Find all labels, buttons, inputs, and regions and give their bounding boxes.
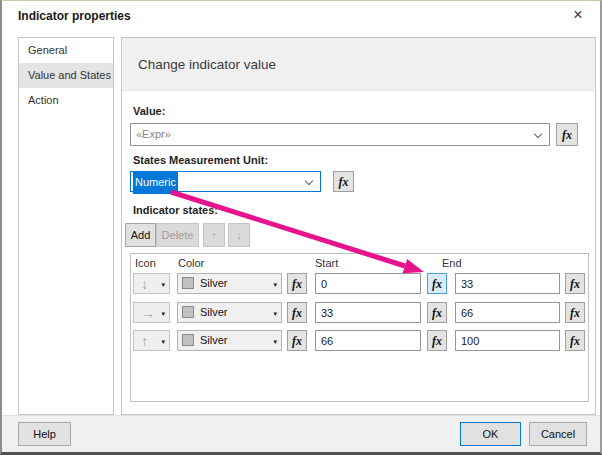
sidebar-item-action[interactable]: Action xyxy=(19,88,113,113)
sidebar-item-general[interactable]: General xyxy=(19,38,113,63)
value-expression-button[interactable]: fx xyxy=(556,123,578,146)
icon-picker-dropdown[interactable]: → ▾ xyxy=(133,302,170,323)
indicator-state-row-3: ↑ ▾ Silver ▾ fx fx fx xyxy=(131,330,588,351)
main-panel: Change indicator value Value: «Expr» fx … xyxy=(121,37,596,415)
delete-button[interactable]: Delete xyxy=(156,223,199,247)
column-header-color: Color xyxy=(178,257,204,269)
dialog-footer: Help OK Cancel xyxy=(2,415,600,452)
column-header-icon: Icon xyxy=(135,257,156,269)
down-arrow-icon: ↓ xyxy=(236,229,242,241)
move-up-button[interactable]: ↑ xyxy=(203,223,225,247)
caret-down-icon: ▾ xyxy=(273,281,277,288)
color-swatch-silver xyxy=(182,306,194,318)
close-icon[interactable]: × xyxy=(569,6,587,24)
indicator-states-grid: Icon Color Start End ↓ ▾ Silver ▾ fx fx xyxy=(130,253,589,402)
icon-picker-dropdown[interactable]: ↓ ▾ xyxy=(133,273,170,294)
value-dropdown-text: «Expr» xyxy=(136,124,171,145)
ok-button[interactable]: OK xyxy=(460,422,521,446)
start-expression-button[interactable]: fx xyxy=(427,330,447,351)
color-expression-button[interactable]: fx xyxy=(287,273,307,294)
color-name: Silver xyxy=(200,274,228,293)
dialog-title: Indicator properties xyxy=(18,9,131,23)
color-swatch-silver xyxy=(182,334,194,346)
right-arrow-icon: → xyxy=(141,305,155,321)
states-measurement-unit-label: States Measurement Unit: xyxy=(133,154,268,166)
color-dropdown[interactable]: Silver ▾ xyxy=(177,273,282,294)
end-input[interactable] xyxy=(455,302,560,323)
indicator-states-label: Indicator states: xyxy=(133,204,218,216)
indicator-state-row-2: → ▾ Silver ▾ fx fx fx xyxy=(131,302,588,323)
color-swatch-silver xyxy=(182,277,194,289)
page-title: Change indicator value xyxy=(138,38,276,91)
end-input[interactable] xyxy=(455,273,560,294)
color-expression-button[interactable]: fx xyxy=(287,302,307,323)
cancel-button[interactable]: Cancel xyxy=(529,422,587,446)
title-bar: Indicator properties × xyxy=(2,1,600,31)
chevron-down-icon xyxy=(534,130,542,138)
end-input[interactable] xyxy=(455,330,560,351)
color-dropdown[interactable]: Silver ▾ xyxy=(177,330,282,351)
move-down-button[interactable]: ↓ xyxy=(228,223,250,247)
color-name: Silver xyxy=(200,331,228,350)
icon-picker-dropdown[interactable]: ↑ ▾ xyxy=(133,330,170,351)
start-input[interactable] xyxy=(315,330,421,351)
color-dropdown[interactable]: Silver ▾ xyxy=(177,302,282,323)
caret-down-icon: ▾ xyxy=(273,310,277,317)
chevron-down-icon xyxy=(305,177,313,185)
panel-header: Change indicator value xyxy=(122,38,595,91)
value-label: Value: xyxy=(133,105,165,117)
indicator-state-row-1: ↓ ▾ Silver ▾ fx fx fx xyxy=(131,273,588,294)
caret-down-icon: ▾ xyxy=(161,281,165,288)
end-expression-button[interactable]: fx xyxy=(565,273,585,294)
end-expression-button[interactable]: fx xyxy=(565,330,585,351)
unit-expression-button[interactable]: fx xyxy=(333,171,354,192)
color-expression-button[interactable]: fx xyxy=(287,330,307,351)
caret-down-icon: ▾ xyxy=(161,338,165,345)
sidebar: General Value and States Action xyxy=(18,37,114,415)
caret-down-icon: ▾ xyxy=(161,310,165,317)
end-expression-button[interactable]: fx xyxy=(565,302,585,323)
unit-selected-text: Numeric xyxy=(133,172,178,194)
caret-down-icon: ▾ xyxy=(273,338,277,345)
states-measurement-unit-dropdown[interactable]: Numeric xyxy=(130,171,321,192)
up-arrow-icon: ↑ xyxy=(141,333,148,349)
start-input[interactable] xyxy=(315,302,421,323)
help-button[interactable]: Help xyxy=(18,422,71,446)
start-input[interactable] xyxy=(315,273,421,294)
down-arrow-icon: ↓ xyxy=(141,276,148,292)
color-name: Silver xyxy=(200,303,228,322)
add-button[interactable]: Add xyxy=(125,223,156,247)
indicator-properties-dialog: Indicator properties × General Value and… xyxy=(0,0,602,455)
start-expression-button[interactable]: fx xyxy=(427,273,447,294)
sidebar-item-value-and-states[interactable]: Value and States xyxy=(19,63,113,88)
column-header-end: End xyxy=(442,257,462,269)
up-arrow-icon: ↑ xyxy=(211,229,217,241)
start-expression-button[interactable]: fx xyxy=(427,302,447,323)
value-dropdown[interactable]: «Expr» xyxy=(130,123,550,146)
column-header-start: Start xyxy=(315,257,338,269)
